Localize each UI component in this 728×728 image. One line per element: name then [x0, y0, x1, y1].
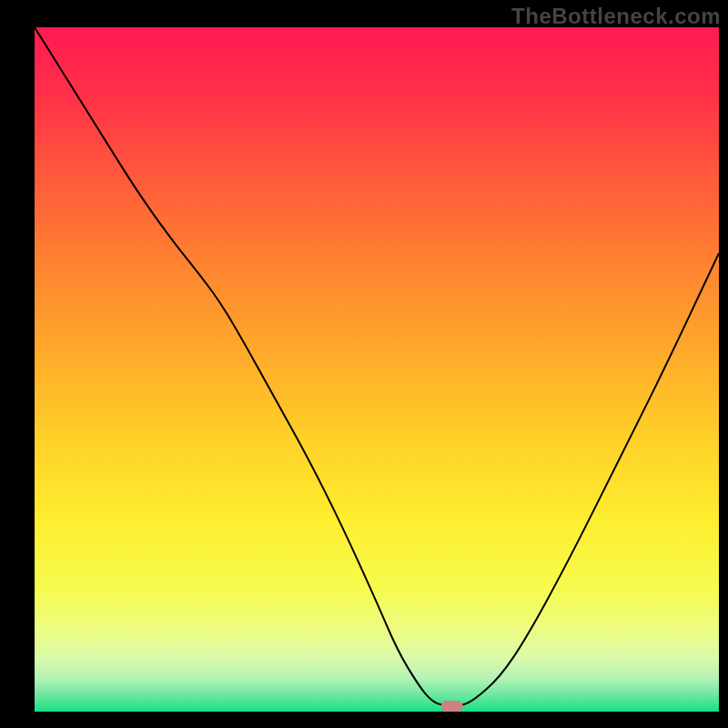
- optimal-marker: [441, 701, 463, 712]
- gradient-background: [35, 27, 719, 712]
- watermark-text: TheBottleneck.com: [511, 4, 721, 29]
- chart-frame: TheBottleneck.com: [0, 0, 728, 728]
- chart-svg: [35, 27, 719, 712]
- plot-area: [35, 27, 719, 712]
